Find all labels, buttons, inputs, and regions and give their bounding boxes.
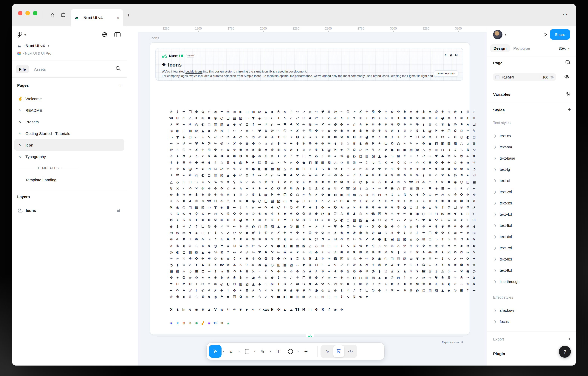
grid-icon[interactable]: ♟ bbox=[326, 185, 332, 191]
grid-icon[interactable]: ↓ bbox=[200, 134, 206, 140]
grid-icon[interactable]: ▥ bbox=[364, 153, 370, 159]
visibility-eye-icon[interactable] bbox=[564, 74, 570, 80]
grid-icon[interactable]: ✥ bbox=[395, 166, 402, 172]
grid-icon[interactable]: ⚖ bbox=[294, 191, 301, 198]
grid-icon[interactable]: ⚔ bbox=[174, 185, 181, 191]
grid-icon[interactable]: ✴ bbox=[187, 217, 193, 223]
grid-icon[interactable]: ↘ bbox=[168, 211, 174, 217]
grid-icon[interactable]: ← bbox=[269, 115, 275, 121]
grid-icon[interactable]: ◉ bbox=[263, 262, 269, 268]
publish-globe-icon[interactable] bbox=[102, 32, 108, 38]
grid-icon[interactable]: ✣ bbox=[231, 287, 238, 294]
grid-icon[interactable]: ▧ bbox=[402, 255, 408, 262]
grid-icon[interactable]: ♖ bbox=[181, 262, 187, 268]
grid-icon[interactable]: ◖ bbox=[206, 160, 212, 166]
grid-icon[interactable]: ✯ bbox=[313, 268, 320, 275]
grid-icon[interactable]: @ bbox=[212, 243, 219, 249]
grid-icon[interactable]: ☀ bbox=[364, 211, 370, 217]
grid-icon[interactable]: ✜ bbox=[206, 185, 212, 191]
grid-icon[interactable]: ✁ bbox=[326, 281, 332, 287]
grid-icon[interactable]: ♛ bbox=[225, 160, 231, 166]
grid-icon[interactable]: ↙ bbox=[250, 204, 256, 211]
grid-icon[interactable]: ✢ bbox=[275, 179, 282, 185]
grid-icon[interactable]: ⚒ bbox=[446, 275, 452, 281]
grid-icon[interactable]: ✯ bbox=[414, 166, 420, 172]
sidebar-page-icon[interactable]: ∿Icon bbox=[14, 139, 124, 151]
grid-icon[interactable]: ✱ bbox=[174, 191, 181, 198]
grid-icon[interactable]: ⇄ bbox=[269, 172, 275, 179]
grid-icon[interactable]: ✳ bbox=[282, 153, 288, 159]
grid-icon[interactable]: ↖ bbox=[320, 198, 326, 204]
grid-icon[interactable]: ✼ bbox=[250, 255, 256, 262]
grid-icon[interactable]: ☉ bbox=[212, 128, 219, 134]
grid-icon[interactable]: △ bbox=[307, 243, 313, 249]
grid-icon[interactable]: ↑ bbox=[389, 217, 395, 223]
grid-icon[interactable]: ▧ bbox=[200, 204, 206, 211]
grid-icon[interactable]: ✢ bbox=[238, 211, 244, 217]
grid-icon[interactable]: ◖ bbox=[395, 249, 402, 255]
grid-icon[interactable]: ⟳ bbox=[465, 255, 471, 262]
grid-icon[interactable]: ★ bbox=[440, 249, 446, 255]
file-library-subtitle[interactable]: - Nuxt UI & UI Pro bbox=[17, 51, 51, 55]
grid-icon[interactable]: ▲ bbox=[376, 275, 383, 281]
grid-icon[interactable]: ↕ bbox=[200, 179, 206, 185]
grid-icon[interactable]: ◆ bbox=[383, 153, 389, 159]
grid-icon[interactable]: ⟲ bbox=[471, 147, 477, 153]
grid-icon[interactable]: ♦ bbox=[364, 243, 370, 249]
grid-icon[interactable]: ✈ bbox=[395, 211, 402, 217]
grid-icon[interactable]: ◎ bbox=[244, 223, 250, 230]
grid-icon[interactable]: ⚛ bbox=[206, 262, 212, 268]
grid-icon[interactable]: ✚ bbox=[307, 204, 313, 211]
grid-icon[interactable]: ✁ bbox=[275, 128, 282, 134]
grid-icon[interactable]: ❋ bbox=[414, 172, 420, 179]
grid-icon[interactable]: ✪ bbox=[420, 262, 427, 268]
grid-icon[interactable]: ✱ bbox=[225, 236, 231, 243]
grid-icon[interactable]: ✂ bbox=[275, 160, 282, 166]
grid-icon[interactable]: ♕ bbox=[427, 121, 433, 128]
grid-icon[interactable]: ♪ bbox=[440, 204, 446, 211]
grid-icon[interactable]: ◐ bbox=[238, 108, 244, 115]
grid-icon[interactable]: ♦ bbox=[465, 236, 471, 243]
grid-icon[interactable]: ♛ bbox=[250, 191, 256, 198]
grid-icon[interactable]: ✔ bbox=[364, 236, 370, 243]
grid-icon[interactable]: ❃ bbox=[231, 275, 238, 281]
grid-icon[interactable]: ← bbox=[320, 262, 326, 268]
grid-icon[interactable]: ❅ bbox=[376, 249, 383, 255]
grid-icon[interactable]: ♚ bbox=[269, 153, 275, 159]
grid-icon[interactable]: ✝ bbox=[389, 198, 395, 204]
grid-icon[interactable]: ▭ bbox=[206, 204, 212, 211]
grid-icon[interactable]: ♻ bbox=[238, 294, 244, 300]
grid-icon[interactable]: ✪ bbox=[181, 153, 187, 159]
grid-icon[interactable]: ❃ bbox=[294, 287, 301, 294]
grid-icon[interactable]: ⚡ bbox=[383, 287, 389, 294]
grid-icon[interactable]: ▩ bbox=[452, 140, 458, 147]
grid-icon[interactable]: ♛ bbox=[174, 166, 181, 172]
grid-icon[interactable]: ♣ bbox=[326, 108, 332, 115]
grid-icon[interactable]: ↪ bbox=[313, 108, 320, 115]
grid-icon[interactable]: ◖ bbox=[395, 128, 402, 134]
grid-icon[interactable]: ✍ bbox=[389, 243, 395, 249]
grid-icon[interactable]: ◫ bbox=[465, 179, 471, 185]
grid-icon[interactable]: ✐ bbox=[294, 204, 301, 211]
grid-icon[interactable]: ▧ bbox=[288, 262, 294, 268]
grid-icon[interactable]: ▥ bbox=[250, 108, 256, 115]
grid-icon[interactable]: ✑ bbox=[465, 153, 471, 159]
grid-icon[interactable]: ♖ bbox=[307, 185, 313, 191]
grid-icon[interactable]: ✷ bbox=[332, 230, 338, 236]
grid-icon[interactable]: ↔ bbox=[256, 172, 263, 179]
grid-icon[interactable]: ▤ bbox=[408, 185, 414, 191]
grid-icon[interactable]: ✬ bbox=[231, 185, 238, 191]
grid-icon[interactable]: ✇ bbox=[332, 281, 338, 287]
grid-icon[interactable]: ✽ bbox=[206, 217, 212, 223]
grid-icon[interactable]: ❀ bbox=[212, 217, 219, 223]
grid-icon[interactable]: ♛ bbox=[351, 140, 357, 147]
brand-icon[interactable]: ♛ bbox=[200, 306, 206, 312]
grid-icon[interactable]: ⟲ bbox=[219, 179, 225, 185]
grid-icon[interactable]: ♻ bbox=[238, 243, 244, 249]
grid-icon[interactable]: ♣ bbox=[338, 223, 345, 230]
grid-icon[interactable]: ↪ bbox=[301, 281, 307, 287]
grid-icon[interactable]: ✑ bbox=[313, 121, 320, 128]
file-tab[interactable]: - Nuxt UI v4 ✕ bbox=[71, 9, 123, 26]
grid-icon[interactable]: ♔ bbox=[446, 115, 452, 121]
grid-icon[interactable]: ✻ bbox=[383, 172, 389, 179]
